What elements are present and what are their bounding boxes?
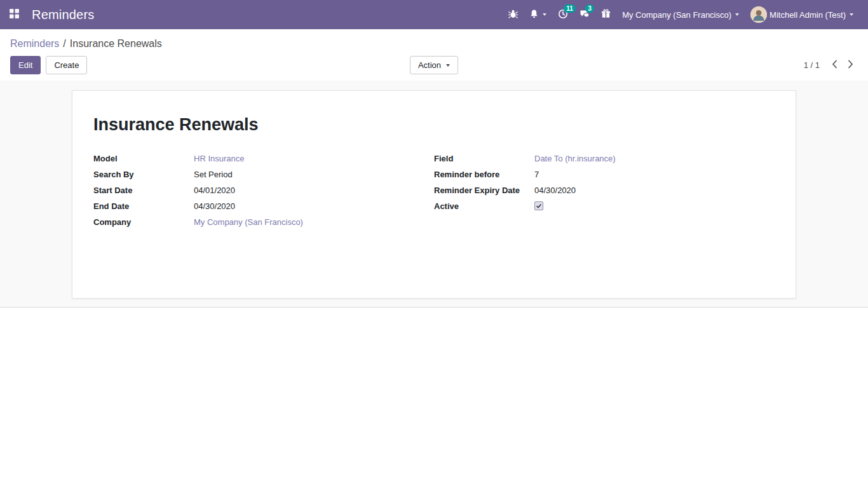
field-reminder-expiry-date: Reminder Expiry Date 04/30/2020 <box>434 184 775 200</box>
form-left-column: Model HR Insurance Search By Set Period … <box>93 152 434 232</box>
control-panel: Reminders/Insurance Renewals Edit Create… <box>0 29 868 81</box>
reminder-before-value: 7 <box>534 170 539 179</box>
field-model: Model HR Insurance <box>93 152 434 168</box>
chevron-right-icon <box>848 60 853 71</box>
model-link[interactable]: HR Insurance <box>194 154 244 163</box>
record-title: Insurance Renewals <box>93 115 775 135</box>
control-panel-buttons: Edit Create Action 1 / 1 <box>0 56 868 81</box>
chevron-down-icon <box>446 64 450 67</box>
field-field-label: Field <box>434 152 534 168</box>
breadcrumb-current: Insurance Renewals <box>70 38 162 49</box>
messages-menu[interactable]: 3 <box>574 0 595 29</box>
field-reminder-before: Reminder before 7 <box>434 168 775 184</box>
active-checkbox[interactable] <box>534 201 543 210</box>
field-model-label: Model <box>93 152 194 168</box>
chevron-left-icon <box>832 60 837 71</box>
field-reminder-before-label: Reminder before <box>434 168 534 184</box>
app-title[interactable]: Reminders <box>32 8 95 22</box>
bell-icon <box>529 9 539 20</box>
field-reminder-expiry-date-label: Reminder Expiry Date <box>434 184 534 200</box>
field-field: Field Date To (hr.insurance) <box>434 152 775 168</box>
field-search-by: Search By Set Period <box>93 168 434 184</box>
company-switcher[interactable]: My Company (San Francisco) <box>616 0 745 29</box>
user-menu[interactable]: Mitchell Admin (Test) <box>745 0 859 29</box>
breadcrumb: Reminders/Insurance Renewals <box>0 29 868 56</box>
user-menu-label: Mitchell Admin (Test) <box>770 10 846 20</box>
field-start-date-label: Start Date <box>93 184 194 200</box>
field-active-label: Active <box>434 200 534 217</box>
top-navbar: Reminders <box>0 0 868 29</box>
notifications-menu[interactable] <box>524 0 552 29</box>
field-search-by-label: Search By <box>93 168 194 184</box>
search-by-value: Set Period <box>194 170 233 179</box>
apps-menu-button[interactable] <box>0 0 28 29</box>
edit-button[interactable]: Edit <box>10 56 41 74</box>
apps-grid-icon <box>9 8 20 21</box>
message-count-badge: 3 <box>585 4 594 13</box>
gift-icon <box>601 9 611 20</box>
content-area: Insurance Renewals Model HR Insurance Se… <box>0 81 868 308</box>
field-link[interactable]: Date To (hr.insurance) <box>534 154 616 163</box>
user-avatar <box>750 6 767 23</box>
company-switcher-label: My Company (San Francisco) <box>622 10 731 20</box>
field-company-label: Company <box>93 216 194 232</box>
referral-menu[interactable] <box>595 0 616 29</box>
debug-menu[interactable] <box>503 0 524 29</box>
chevron-down-icon <box>543 13 546 16</box>
field-start-date: Start Date 04/01/2020 <box>93 184 434 200</box>
breadcrumb-separator: / <box>63 38 65 49</box>
action-dropdown[interactable]: Action <box>410 56 458 74</box>
chevron-down-icon <box>850 13 853 16</box>
form-right-column: Field Date To (hr.insurance) Reminder be… <box>434 152 775 232</box>
form-sheet: Insurance Renewals Model HR Insurance Se… <box>72 90 796 299</box>
field-company: Company My Company (San Francisco) <box>93 216 434 232</box>
bug-icon <box>508 9 518 20</box>
pager: 1 / 1 <box>458 57 858 73</box>
pager-value: 1 / 1 <box>804 60 820 70</box>
start-date-value: 04/01/2020 <box>194 186 235 195</box>
action-dropdown-label: Action <box>418 60 441 71</box>
create-button[interactable]: Create <box>46 56 87 74</box>
pager-previous-button[interactable] <box>827 57 842 73</box>
field-end-date: End Date 04/30/2020 <box>93 200 434 216</box>
pager-next-button[interactable] <box>843 57 858 73</box>
end-date-value: 04/30/2020 <box>194 201 235 211</box>
systray: 11 3 My Compan <box>503 0 868 29</box>
breadcrumb-parent-link[interactable]: Reminders <box>10 38 59 49</box>
activities-menu[interactable]: 11 <box>552 0 574 29</box>
field-end-date-label: End Date <box>93 200 194 216</box>
reminder-expiry-date-value: 04/30/2020 <box>534 186 576 195</box>
company-link[interactable]: My Company (San Francisco) <box>194 217 303 227</box>
chevron-down-icon <box>735 13 739 16</box>
field-active: Active <box>434 200 775 217</box>
